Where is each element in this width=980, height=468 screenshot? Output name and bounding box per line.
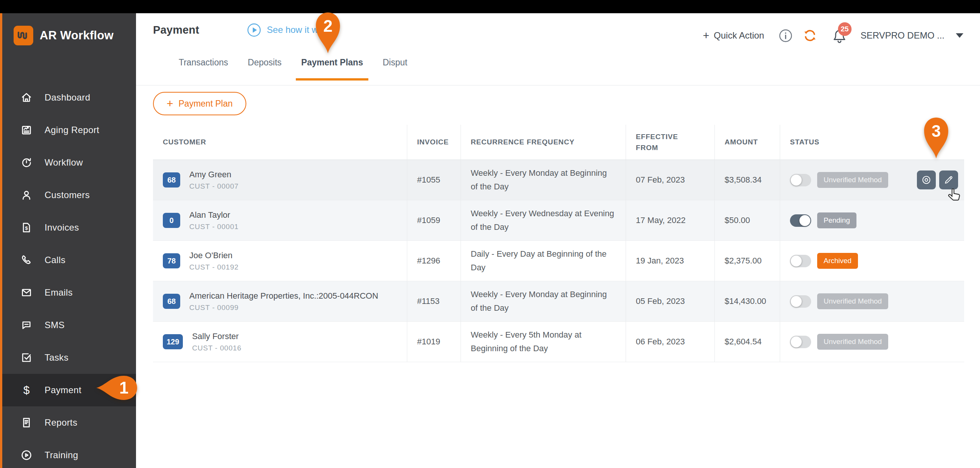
sidebar-item-label: Training	[45, 450, 78, 460]
column-header-invoice: INVOICE	[407, 125, 461, 160]
quick-action-button[interactable]: + Quick Action	[703, 29, 764, 42]
status-badge: Pending	[817, 212, 856, 228]
status-toggle[interactable]	[790, 295, 811, 308]
training-icon	[20, 449, 33, 462]
view-button[interactable]	[917, 171, 936, 189]
customer-id: CUST - 00016	[192, 344, 242, 352]
invoice-cell: #1296	[407, 241, 461, 281]
page-title: Payment	[153, 24, 199, 36]
account-name[interactable]: SERVPRO DEMO ...	[861, 30, 945, 41]
column-header-recurrence-frequency: RECURRENCE FREQUENCY	[461, 125, 626, 160]
amount-cell: $50.00	[715, 200, 780, 240]
edit-button[interactable]	[939, 171, 958, 189]
emails-icon	[20, 286, 33, 299]
customer-name[interactable]: American Heritage Properties, Inc.:2005-…	[189, 291, 378, 301]
tab-deposits[interactable]: Deposits	[248, 58, 282, 68]
status-toggle[interactable]	[790, 174, 811, 186]
tab-underline	[136, 85, 980, 85]
sync-icon[interactable]	[802, 28, 818, 43]
effective-from-cell: 05 Feb, 2023	[626, 281, 715, 321]
customer-id: CUST - 00007	[189, 182, 239, 190]
main-content: Payment See how it works + Quick Action	[136, 13, 980, 468]
sidebar-item-calls[interactable]: Calls	[2, 244, 136, 276]
customer-count-badge: 0	[163, 213, 180, 228]
table-row: 129Sally ForsterCUST - 00016#1019Weekly …	[153, 322, 964, 362]
sidebar-item-sms[interactable]: SMS	[2, 309, 136, 341]
plus-icon: +	[703, 29, 709, 42]
customers-icon	[20, 188, 33, 201]
workflow-icon	[20, 156, 33, 169]
customer-cell: 68Amy GreenCUST - 00007	[153, 160, 407, 200]
status-badge: Unverified Method	[817, 172, 888, 188]
notifications-bell-icon[interactable]: 25	[832, 27, 847, 43]
invoice-cell: #1055	[407, 160, 461, 200]
tab-transactions[interactable]: Transactions	[179, 58, 228, 68]
annotation-step-1-number: 1	[113, 374, 135, 402]
sidebar-item-training[interactable]: Training	[2, 439, 136, 468]
top-black-bar	[0, 0, 980, 13]
sidebar-item-customers[interactable]: Customers	[2, 179, 136, 211]
brand-name: AR Workflow	[40, 29, 114, 42]
annotation-step-2-number: 2	[313, 17, 342, 35]
table-row: 78Joe O'BrienCUST - 00192#1296Daily - Ev…	[153, 241, 964, 281]
sidebar-item-label: Aging Report	[45, 125, 99, 135]
customer-count-badge: 78	[163, 253, 180, 268]
customer-cell: 78Joe O'BrienCUST - 00192	[153, 241, 407, 281]
sidebar-item-label: Invoices	[45, 222, 79, 233]
customer-name[interactable]: Joe O'Brien	[189, 251, 239, 260]
sidebar-item-label: Calls	[45, 255, 65, 265]
amount-cell: $14,430.00	[715, 281, 780, 321]
column-header-amount: AMOUNT	[715, 125, 780, 160]
customer-count-badge: 129	[163, 334, 183, 349]
home-icon	[20, 91, 33, 104]
sidebar-item-emails[interactable]: Emails	[2, 276, 136, 309]
annotation-step-3: 3	[922, 117, 951, 160]
customer-name[interactable]: Amy Green	[189, 170, 239, 180]
customer-name[interactable]: Alan Taylor	[189, 210, 239, 220]
status-toggle[interactable]	[790, 255, 811, 267]
sidebar-item-label: Payment	[45, 385, 82, 395]
status-cell: Unverified Method	[780, 160, 964, 200]
effective-from-cell: 07 Feb, 2023	[626, 160, 715, 200]
notification-count-badge: 25	[838, 22, 851, 36]
sidebar-nav: DashboardAging ReportWorkflowCustomers$I…	[2, 81, 136, 468]
customer-cell: 129Sally ForsterCUST - 00016	[153, 322, 407, 362]
annotation-step-3-number: 3	[922, 122, 951, 141]
info-icon[interactable]	[779, 29, 792, 43]
recurrence-cell: Weekly - Every 5th Monday at Beginning o…	[461, 322, 626, 362]
sidebar-item-label: Customers	[45, 190, 90, 200]
sidebar-item-label: Reports	[45, 417, 78, 428]
sidebar-item-aging-report[interactable]: Aging Report	[2, 114, 136, 146]
table-header-row: CUSTOMERINVOICERECURRENCE FREQUENCYEFFEC…	[153, 125, 964, 160]
sidebar-item-dashboard[interactable]: Dashboard	[2, 81, 136, 114]
effective-from-cell: 17 May, 2022	[626, 200, 715, 240]
effective-from-cell: 06 Feb, 2023	[626, 322, 715, 362]
chevron-down-icon[interactable]	[956, 33, 963, 38]
payment-icon: $	[20, 384, 33, 396]
sidebar-item-workflow[interactable]: Workflow	[2, 146, 136, 179]
sidebar-item-label: Dashboard	[45, 92, 90, 103]
tab-disput[interactable]: Disput	[383, 58, 407, 68]
column-header-customer: CUSTOMER	[153, 125, 407, 160]
status-toggle[interactable]	[790, 214, 811, 227]
amount-cell: $3,508.34	[715, 160, 780, 200]
status-cell: Pending	[780, 200, 964, 240]
sidebar-item-reports[interactable]: Reports	[2, 406, 136, 439]
customer-id: CUST - 00001	[189, 223, 239, 231]
invoice-cell: #1019	[407, 322, 461, 362]
quick-action-label: Quick Action	[714, 30, 764, 41]
sidebar-item-tasks[interactable]: Tasks	[2, 341, 136, 374]
tab-payment-plans[interactable]: Payment Plans	[301, 58, 363, 68]
new-payment-plan-button[interactable]: + Payment Plan	[153, 92, 246, 115]
customer-count-badge: 68	[163, 294, 180, 309]
status-badge: Unverified Method	[817, 334, 888, 350]
reports-icon	[20, 416, 33, 429]
customer-cell: 0Alan TaylorCUST - 00001	[153, 200, 407, 240]
status-badge: Unverified Method	[817, 293, 888, 309]
customer-name[interactable]: Sally Forster	[192, 332, 242, 341]
tab-bar: TransactionsDepositsPayment PlansDisput	[179, 53, 427, 72]
sidebar-item-invoices[interactable]: $Invoices	[2, 211, 136, 244]
annotation-step-1: 1	[95, 374, 138, 402]
status-toggle[interactable]	[790, 336, 811, 348]
recurrence-cell: Weekly - Every Monday at Beginning of th…	[461, 281, 626, 321]
